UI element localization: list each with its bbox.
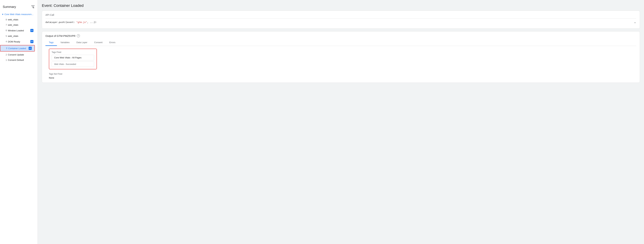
code-suffix: , ...})	[87, 21, 96, 23]
tab-consent[interactable]: Consent	[91, 39, 106, 46]
tags-not-fired-section: Tags Not Fired None	[49, 73, 633, 79]
item-label-2: Consent Update	[8, 53, 34, 56]
item-label-3: Container Loaded	[8, 47, 28, 50]
item-label-6: Window Loaded	[8, 29, 30, 32]
api-call-title: API Call	[46, 13, 636, 16]
tag-icon-6: </>	[30, 29, 34, 32]
svg-rect-2	[32, 7, 34, 8]
sidebar-item-1[interactable]: 1 Consent Default	[0, 57, 36, 63]
item-num-1: 1	[4, 59, 7, 61]
group-label: Core Web Vitals measurem...	[4, 13, 34, 15]
sidebar-group-header[interactable]: ▼ Core Web Vitals measurem...	[0, 12, 38, 17]
item-num-4: 4	[4, 40, 7, 43]
item-label-5: web_vitals	[8, 35, 34, 37]
tab-data-layer[interactable]: Data Layer	[73, 39, 91, 46]
output-title-row: Output of GTM-PMZ5VPR ?	[46, 34, 636, 37]
item-label-1: Consent Default	[8, 59, 34, 61]
sidebar-item-3-wrapper: 3 Container Loaded </>	[0, 44, 36, 52]
svg-rect-1	[32, 6, 34, 7]
item-num-8: 8	[4, 18, 7, 21]
tag-item-1[interactable]: Web Vitals - Succeeded	[52, 61, 94, 67]
item-label-4: DOM Ready	[8, 40, 30, 43]
sidebar: Summary ▼ Core Web Vitals measurem... 8 …	[0, 0, 38, 244]
sidebar-item-5[interactable]: 5 web_vitals	[0, 33, 36, 39]
tags-not-fired-value: None	[49, 76, 633, 79]
output-title-text: Output of GTM-PMZ5VPR	[46, 34, 76, 37]
svg-rect-0	[31, 5, 35, 6]
item-num-2: 2	[4, 54, 7, 56]
tag-icon-4: </>	[30, 40, 34, 43]
code-prefix: dataLayer.push({event:	[46, 21, 76, 23]
item-num-6: 6	[4, 29, 7, 32]
tags-content: Tags Fired Core Web Vitals - All Pages W…	[46, 46, 636, 82]
sidebar-item-3[interactable]: 3 Container Loaded </>	[0, 45, 35, 51]
api-call-code: dataLayer.push({event: "gtm.js", ...})	[46, 21, 96, 23]
output-card: Output of GTM-PMZ5VPR ? Tags Variables D…	[42, 31, 640, 83]
info-icon[interactable]: ?	[77, 34, 80, 37]
sidebar-summary-row: Summary	[0, 3, 38, 12]
api-call-card: API Call dataLayer.push({event: "gtm.js"…	[42, 11, 640, 28]
item-label-8: web_vitals	[8, 18, 34, 21]
filter-icon[interactable]	[31, 5, 35, 9]
main-content: Event: Container Loaded API Call dataLay…	[38, 0, 644, 244]
api-call-row: dataLayer.push({event: "gtm.js", ...}) ⌄	[46, 18, 636, 26]
chevron-down-icon: ▼	[2, 13, 4, 15]
svg-rect-4	[33, 8, 34, 8]
item-num-3: 3	[4, 47, 7, 49]
tab-errors[interactable]: Errors	[106, 39, 119, 46]
api-call-section: API Call dataLayer.push({event: "gtm.js"…	[42, 11, 640, 28]
output-section: Output of GTM-PMZ5VPR ? Tags Variables D…	[42, 31, 640, 82]
summary-label: Summary	[3, 5, 16, 9]
expand-icon[interactable]: ⌄	[634, 20, 636, 24]
tab-tags[interactable]: Tags	[46, 39, 57, 46]
sidebar-item-7[interactable]: 7 web_vitals	[0, 22, 36, 27]
tags-fired-label: Tags Fired	[52, 51, 94, 53]
item-num-5: 5	[4, 35, 7, 37]
tab-variables[interactable]: Variables	[57, 39, 73, 46]
item-label-7: web_vitals	[8, 24, 34, 26]
tag-item-0[interactable]: Core Web Vitals - All Pages	[52, 55, 94, 60]
code-string: "gtm.js"	[76, 21, 87, 23]
tabs-row: Tags Variables Data Layer Consent Errors	[46, 39, 636, 46]
sidebar-item-2[interactable]: 2 Consent Update	[0, 52, 36, 57]
sidebar-item-6[interactable]: 6 Window Loaded </>	[0, 27, 36, 33]
sidebar-item-8[interactable]: 8 web_vitals	[0, 17, 36, 22]
event-title: Event: Container Loaded	[42, 3, 640, 8]
sidebar-item-4[interactable]: 4 DOM Ready </>	[0, 39, 36, 44]
tags-fired-box: Tags Fired Core Web Vitals - All Pages W…	[49, 49, 97, 69]
tag-icon-3: </>	[29, 47, 32, 50]
item-num-7: 7	[4, 24, 7, 26]
tags-not-fired-label: Tags Not Fired	[49, 73, 633, 75]
